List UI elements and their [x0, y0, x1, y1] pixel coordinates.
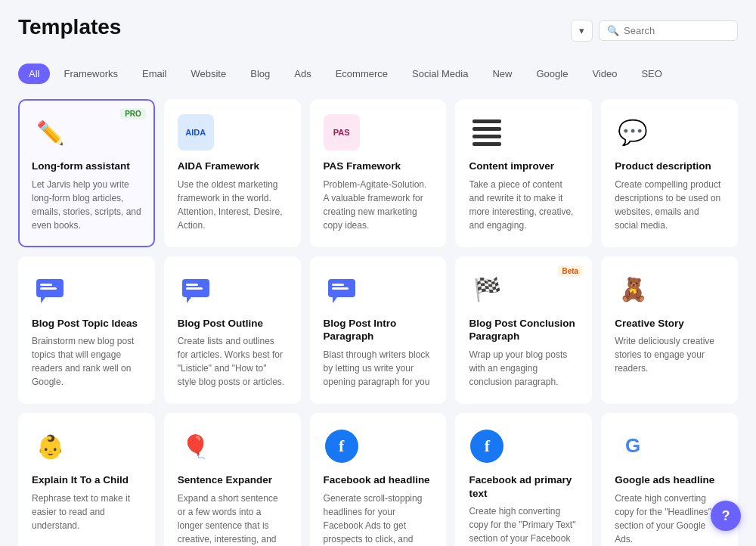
card-sentence-expander[interactable]: 🎈 Sentence Expander Expand a short sente… — [164, 413, 301, 546]
card-pas-framework[interactable]: PAS PAS Framework Problem-Agitate-Soluti… — [310, 99, 447, 247]
svg-text:G: G — [625, 434, 640, 457]
card-icon-long-form-assistant: ✏️ — [32, 114, 68, 150]
card-icon-content-improver — [469, 114, 505, 150]
card-desc: Take a piece of content and rewrite it t… — [469, 178, 578, 232]
tab-blog[interactable]: Blog — [240, 64, 280, 84]
card-desc: Rephrase text to make it easier to read … — [32, 492, 141, 532]
search-container: 🔍 — [599, 20, 738, 41]
svg-rect-5 — [186, 284, 198, 286]
card-icon-blog-post-conclusion-paragraph: 🏁 — [469, 271, 505, 308]
card-icon-blog-post-intro-paragraph — [324, 271, 360, 308]
card-blog-post-topic-ideas[interactable]: Blog Post Topic Ideas Brainstorm new blo… — [18, 256, 155, 405]
card-icon-product-description: 💬 — [615, 114, 651, 150]
card-icon-creative-story: 🧸 — [615, 271, 651, 308]
card-desc: Expand a short sentence or a few words i… — [178, 492, 287, 546]
tabs-row: AllFrameworksEmailWebsiteBlogAdsEcommerc… — [18, 64, 738, 84]
card-icon-blog-post-outline — [178, 271, 214, 308]
card-long-form-assistant[interactable]: PRO ✏️ Long-form assistant Let Jarvis he… — [18, 99, 155, 247]
help-button[interactable]: ? — [711, 501, 741, 531]
tab-seo[interactable]: SEO — [631, 64, 672, 84]
card-title: Blog Post Topic Ideas — [32, 317, 141, 330]
card-desc: Create high converting copy for the "Pri… — [469, 504, 578, 546]
card-facebook-ad-headline[interactable]: f Facebook ad headline Generate scroll-s… — [310, 413, 447, 546]
card-icon-blog-post-topic-ideas — [32, 271, 68, 308]
tab-social-media[interactable]: Social Media — [401, 64, 479, 84]
card-content-improver[interactable]: Content improver Take a piece of content… — [455, 99, 592, 247]
card-icon-aida-framework: AIDA — [178, 114, 214, 150]
card-desc: Create high converting copy for the "Hea… — [615, 492, 724, 546]
card-desc: Blast through writers block by letting u… — [324, 348, 433, 389]
card-icon-explain-it-to-child: 👶 — [32, 428, 68, 464]
card-blog-post-conclusion-paragraph[interactable]: Beta 🏁 Blog Post Conclusion Paragraph Wr… — [455, 256, 592, 405]
card-desc: Wrap up your blog posts with an engaging… — [469, 348, 578, 389]
card-title: Explain It To a Child — [32, 473, 141, 487]
card-desc: Let Jarvis help you write long-form blog… — [32, 178, 141, 232]
card-product-description[interactable]: 💬 Product description Create compelling … — [601, 99, 738, 247]
card-title: Google ads headline — [615, 473, 724, 487]
badge-beta: Beta — [558, 265, 584, 277]
badge-pro: PRO — [120, 108, 146, 119]
svg-rect-2 — [40, 287, 57, 290]
svg-marker-11 — [333, 297, 337, 303]
card-desc: Use the oldest marketing framework in th… — [178, 178, 287, 232]
svg-rect-10 — [332, 287, 349, 290]
card-desc: Write deliciously creative stories to en… — [615, 334, 724, 375]
card-blog-post-outline[interactable]: Blog Post Outline Create lists and outli… — [164, 256, 301, 405]
card-desc: Problem-Agitate-Solution. A valuable fra… — [324, 178, 433, 232]
card-title: Product description — [615, 160, 724, 173]
tab-website[interactable]: Website — [180, 64, 237, 84]
tab-frameworks[interactable]: Frameworks — [53, 64, 129, 84]
svg-rect-1 — [40, 284, 52, 286]
tab-new[interactable]: New — [482, 64, 522, 84]
card-icon-pas-framework: PAS — [324, 114, 360, 150]
tab-ads[interactable]: Ads — [284, 64, 321, 84]
card-title: Creative Story — [615, 317, 724, 330]
tab-video[interactable]: Video — [581, 64, 627, 84]
search-input[interactable] — [624, 25, 730, 36]
card-title: Blog Post Outline — [178, 317, 287, 330]
filter-button[interactable]: ▾ — [571, 20, 593, 42]
tab-all[interactable]: All — [18, 64, 50, 84]
card-desc: Brainstorm new blog post topics that wil… — [32, 334, 141, 389]
card-icon-facebook-ad-headline: f — [324, 428, 360, 464]
card-title: Content improver — [469, 160, 578, 173]
card-title: AIDA Framework — [178, 160, 287, 173]
card-desc: Create compelling product descriptions t… — [615, 178, 724, 232]
card-facebook-ad-primary-text[interactable]: f Facebook ad primary text Create high c… — [455, 413, 592, 546]
filter-icon: ▾ — [579, 25, 584, 36]
tab-ecommerce[interactable]: Ecommerce — [325, 64, 398, 84]
card-title: PAS Framework — [324, 160, 433, 173]
tab-google[interactable]: Google — [525, 64, 578, 84]
card-title: Sentence Expander — [178, 473, 287, 487]
tab-email[interactable]: Email — [132, 64, 178, 84]
cards-grid: PRO ✏️ Long-form assistant Let Jarvis he… — [18, 99, 738, 546]
card-explain-it-to-child[interactable]: 👶 Explain It To a Child Rephrase text to… — [18, 413, 155, 546]
card-desc: Generate scroll-stopping headlines for y… — [324, 492, 433, 546]
card-blog-post-intro-paragraph[interactable]: Blog Post Intro Paragraph Blast through … — [310, 256, 447, 405]
card-icon-sentence-expander: 🎈 — [178, 428, 214, 464]
card-icon-google-ads-headline: G — [615, 428, 651, 464]
svg-rect-6 — [186, 287, 203, 290]
svg-marker-3 — [41, 297, 45, 303]
page-title: Templates — [18, 15, 121, 39]
card-creative-story[interactable]: 🧸 Creative Story Write deliciously creat… — [601, 256, 738, 405]
card-title: Long-form assistant — [32, 160, 141, 173]
card-desc: Create lists and outlines for articles. … — [178, 334, 287, 389]
card-title: Blog Post Conclusion Paragraph — [469, 317, 578, 343]
card-title: Blog Post Intro Paragraph — [324, 317, 433, 343]
svg-rect-9 — [332, 284, 344, 286]
card-icon-facebook-ad-primary-text: f — [469, 428, 505, 464]
card-aida-framework[interactable]: AIDA AIDA Framework Use the oldest marke… — [164, 99, 301, 247]
card-title: Facebook ad headline — [324, 473, 433, 487]
card-title: Facebook ad primary text — [469, 473, 578, 500]
svg-marker-7 — [187, 297, 191, 303]
search-icon: 🔍 — [607, 25, 619, 36]
